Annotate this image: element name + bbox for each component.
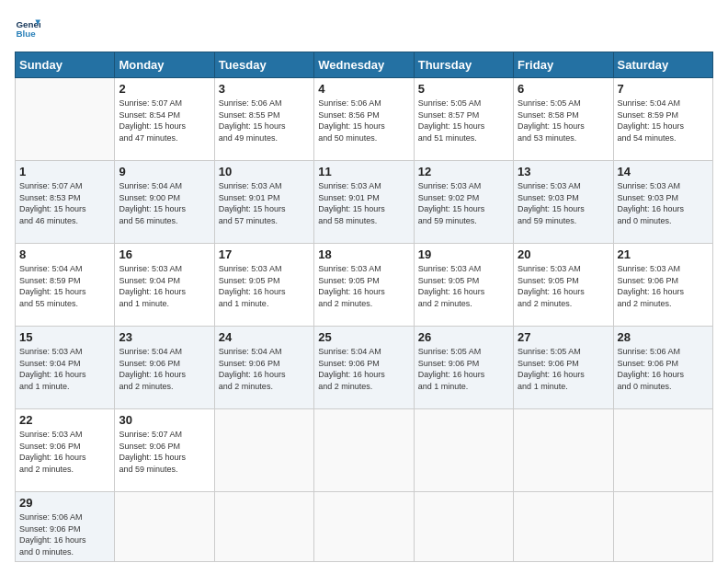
day-number: 12 xyxy=(418,165,509,178)
column-header-monday: Monday xyxy=(115,52,214,78)
day-info: Sunrise: 5:05 AM Sunset: 8:58 PM Dayligh… xyxy=(518,98,609,144)
calendar-cell: 23Sunrise: 5:04 AM Sunset: 9:06 PM Dayli… xyxy=(115,327,214,409)
calendar-cell: 27Sunrise: 5:05 AM Sunset: 9:06 PM Dayli… xyxy=(514,327,613,409)
day-info: Sunrise: 5:03 AM Sunset: 9:01 PM Dayligh… xyxy=(219,180,310,226)
calendar-cell: 4Sunrise: 5:06 AM Sunset: 8:56 PM Daylig… xyxy=(314,78,414,161)
day-number: 9 xyxy=(119,165,210,178)
calendar-cell: 9Sunrise: 5:04 AM Sunset: 9:00 PM Daylig… xyxy=(115,161,214,244)
calendar-cell xyxy=(613,409,712,492)
day-info: Sunrise: 5:03 AM Sunset: 9:05 PM Dayligh… xyxy=(219,263,310,309)
day-info: Sunrise: 5:03 AM Sunset: 9:01 PM Dayligh… xyxy=(318,180,409,226)
calendar-cell xyxy=(613,492,712,562)
day-number: 2 xyxy=(119,82,210,96)
column-header-wednesday: Wednesday xyxy=(314,52,414,78)
column-header-friday: Friday xyxy=(514,52,613,78)
day-info: Sunrise: 5:04 AM Sunset: 8:59 PM Dayligh… xyxy=(19,263,110,309)
day-info: Sunrise: 5:03 AM Sunset: 9:02 PM Dayligh… xyxy=(418,180,509,226)
day-number: 27 xyxy=(518,330,609,344)
day-number: 11 xyxy=(318,165,409,178)
day-info: Sunrise: 5:03 AM Sunset: 9:06 PM Dayligh… xyxy=(618,263,709,309)
calendar-cell: 25Sunrise: 5:04 AM Sunset: 9:06 PM Dayli… xyxy=(314,327,414,409)
day-number: 7 xyxy=(618,82,709,96)
day-info: Sunrise: 5:03 AM Sunset: 9:04 PM Dayligh… xyxy=(119,263,210,309)
day-info: Sunrise: 5:04 AM Sunset: 9:06 PM Dayligh… xyxy=(219,346,310,392)
header: General Blue xyxy=(15,15,713,40)
day-info: Sunrise: 5:03 AM Sunset: 9:05 PM Dayligh… xyxy=(418,263,509,309)
calendar-cell: 30Sunrise: 5:07 AM Sunset: 9:06 PM Dayli… xyxy=(115,409,214,492)
calendar-cell: 10Sunrise: 5:03 AM Sunset: 9:01 PM Dayli… xyxy=(214,161,313,244)
calendar-cell xyxy=(514,492,613,562)
day-number: 17 xyxy=(219,247,310,261)
day-number: 23 xyxy=(119,330,210,344)
calendar-cell: 5Sunrise: 5:05 AM Sunset: 8:57 PM Daylig… xyxy=(414,78,513,161)
day-number: 6 xyxy=(518,82,609,96)
day-info: Sunrise: 5:06 AM Sunset: 8:55 PM Dayligh… xyxy=(219,98,310,144)
calendar-week-row: 2Sunrise: 5:07 AM Sunset: 8:54 PM Daylig… xyxy=(16,78,713,161)
column-header-thursday: Thursday xyxy=(414,52,513,78)
day-number: 4 xyxy=(318,82,409,96)
day-info: Sunrise: 5:05 AM Sunset: 8:57 PM Dayligh… xyxy=(418,98,509,144)
day-info: Sunrise: 5:07 AM Sunset: 8:53 PM Dayligh… xyxy=(19,180,110,226)
calendar-week-row: 22Sunrise: 5:03 AM Sunset: 9:06 PM Dayli… xyxy=(16,409,713,492)
calendar-cell: 16Sunrise: 5:03 AM Sunset: 9:04 PM Dayli… xyxy=(115,244,214,327)
day-number: 28 xyxy=(618,330,709,344)
svg-text:Blue: Blue xyxy=(16,29,36,39)
calendar-cell: 21Sunrise: 5:03 AM Sunset: 9:06 PM Dayli… xyxy=(613,244,712,327)
day-number: 19 xyxy=(418,247,509,261)
calendar-cell: 15Sunrise: 5:03 AM Sunset: 9:04 PM Dayli… xyxy=(16,327,115,409)
day-number: 14 xyxy=(618,165,709,178)
day-number: 5 xyxy=(418,82,509,96)
calendar-cell: 26Sunrise: 5:05 AM Sunset: 9:06 PM Dayli… xyxy=(414,327,513,409)
calendar-cell xyxy=(214,492,313,562)
day-number: 3 xyxy=(219,82,310,96)
logo: General Blue xyxy=(15,15,44,40)
calendar-cell: 29Sunrise: 5:06 AM Sunset: 9:06 PM Dayli… xyxy=(16,492,115,562)
calendar-cell: 3Sunrise: 5:06 AM Sunset: 8:55 PM Daylig… xyxy=(214,78,313,161)
column-header-saturday: Saturday xyxy=(613,52,712,78)
calendar-cell: 1Sunrise: 5:07 AM Sunset: 8:53 PM Daylig… xyxy=(16,161,115,244)
calendar-cell: 20Sunrise: 5:03 AM Sunset: 9:05 PM Dayli… xyxy=(514,244,613,327)
calendar-cell: 19Sunrise: 5:03 AM Sunset: 9:05 PM Dayli… xyxy=(414,244,513,327)
day-number: 26 xyxy=(418,330,509,344)
day-number: 21 xyxy=(618,247,709,261)
day-number: 10 xyxy=(219,165,310,178)
calendar-cell: 14Sunrise: 5:03 AM Sunset: 9:03 PM Dayli… xyxy=(613,161,712,244)
calendar-cell: 7Sunrise: 5:04 AM Sunset: 8:59 PM Daylig… xyxy=(613,78,712,161)
calendar-week-row: 1Sunrise: 5:07 AM Sunset: 8:53 PM Daylig… xyxy=(16,161,713,244)
day-info: Sunrise: 5:03 AM Sunset: 9:06 PM Dayligh… xyxy=(19,429,110,475)
column-header-sunday: Sunday xyxy=(16,52,115,78)
day-number: 1 xyxy=(19,165,110,178)
calendar-cell xyxy=(314,492,414,562)
day-number: 25 xyxy=(318,330,409,344)
day-number: 20 xyxy=(518,247,609,261)
day-info: Sunrise: 5:03 AM Sunset: 9:03 PM Dayligh… xyxy=(518,180,609,226)
calendar-cell xyxy=(314,409,414,492)
logo-icon: General Blue xyxy=(15,15,40,40)
calendar-cell: 8Sunrise: 5:04 AM Sunset: 8:59 PM Daylig… xyxy=(16,244,115,327)
calendar-header-row: SundayMondayTuesdayWednesdayThursdayFrid… xyxy=(16,52,713,78)
calendar-table: SundayMondayTuesdayWednesdayThursdayFrid… xyxy=(15,52,713,562)
calendar-cell: 6Sunrise: 5:05 AM Sunset: 8:58 PM Daylig… xyxy=(514,78,613,161)
day-info: Sunrise: 5:07 AM Sunset: 9:06 PM Dayligh… xyxy=(119,429,210,475)
calendar-week-row: 29Sunrise: 5:06 AM Sunset: 9:06 PM Dayli… xyxy=(16,492,713,562)
day-number: 18 xyxy=(318,247,409,261)
calendar-cell xyxy=(214,409,313,492)
day-info: Sunrise: 5:03 AM Sunset: 9:03 PM Dayligh… xyxy=(618,180,709,226)
day-number: 24 xyxy=(219,330,310,344)
day-number: 8 xyxy=(19,247,110,261)
day-info: Sunrise: 5:04 AM Sunset: 9:06 PM Dayligh… xyxy=(119,346,210,392)
calendar-cell: 12Sunrise: 5:03 AM Sunset: 9:02 PM Dayli… xyxy=(414,161,513,244)
day-info: Sunrise: 5:06 AM Sunset: 9:06 PM Dayligh… xyxy=(618,346,709,392)
day-number: 30 xyxy=(119,413,210,427)
column-header-tuesday: Tuesday xyxy=(214,52,313,78)
day-info: Sunrise: 5:05 AM Sunset: 9:06 PM Dayligh… xyxy=(418,346,509,392)
day-info: Sunrise: 5:05 AM Sunset: 9:06 PM Dayligh… xyxy=(518,346,609,392)
day-info: Sunrise: 5:03 AM Sunset: 9:04 PM Dayligh… xyxy=(19,346,110,392)
day-info: Sunrise: 5:04 AM Sunset: 9:00 PM Dayligh… xyxy=(119,180,210,226)
day-info: Sunrise: 5:04 AM Sunset: 8:59 PM Dayligh… xyxy=(618,98,709,144)
calendar-cell xyxy=(514,409,613,492)
day-number: 29 xyxy=(19,496,110,510)
day-info: Sunrise: 5:03 AM Sunset: 9:05 PM Dayligh… xyxy=(318,263,409,309)
day-info: Sunrise: 5:03 AM Sunset: 9:05 PM Dayligh… xyxy=(518,263,609,309)
calendar-cell: 22Sunrise: 5:03 AM Sunset: 9:06 PM Dayli… xyxy=(16,409,115,492)
